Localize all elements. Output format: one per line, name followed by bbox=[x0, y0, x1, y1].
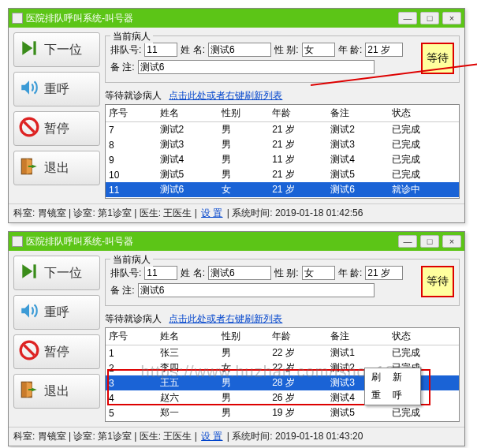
sidebar: 下一位 重呼 暂停 退出 bbox=[13, 256, 100, 422]
queue-field[interactable] bbox=[144, 43, 177, 57]
col-header[interactable]: 性别 bbox=[218, 328, 270, 345]
pause-button[interactable]: 暂停 bbox=[13, 334, 100, 369]
current-patient-group: 当前病人 排队号: 姓 名: 性 别: 年 龄: bbox=[105, 35, 460, 83]
waiting-label: 等待就诊病人 bbox=[105, 313, 162, 324]
col-header[interactable]: 备注 bbox=[327, 105, 389, 122]
speaker-icon bbox=[19, 301, 39, 324]
name-label: 姓 名: bbox=[181, 43, 205, 57]
speaker-icon bbox=[19, 77, 39, 101]
queue-field[interactable] bbox=[144, 266, 177, 280]
context-menu: 刷 新重 呼 bbox=[364, 368, 421, 405]
close-button[interactable]: × bbox=[442, 12, 461, 24]
refresh-link[interactable]: 点击此处或者右键刷新列表 bbox=[169, 313, 282, 324]
table-row[interactable]: 7测试2男21 岁测试2已完成 bbox=[106, 122, 459, 138]
dept-value: 胃镜室 bbox=[38, 207, 66, 218]
next-icon bbox=[19, 38, 39, 62]
doctor-value: 王医生 bbox=[163, 207, 192, 218]
room-label: 诊室: bbox=[73, 207, 95, 218]
next-icon bbox=[19, 261, 39, 285]
table-row[interactable]: 10测试5男21 岁测试5已完成 bbox=[106, 167, 459, 182]
col-header[interactable]: 性别 bbox=[218, 105, 270, 122]
exit-button[interactable]: 退出 bbox=[13, 151, 100, 185]
table-row[interactable]: 11测试6女21 岁测试6就诊中 bbox=[106, 182, 459, 197]
context-menu-item[interactable]: 刷 新 bbox=[365, 368, 420, 386]
note-field[interactable] bbox=[138, 60, 375, 74]
group-legend: 当前病人 bbox=[110, 253, 153, 267]
time-label: 系统时间: bbox=[232, 207, 272, 218]
app-icon bbox=[12, 236, 23, 247]
table-row[interactable]: 9测试4男11 岁测试4已完成 bbox=[106, 152, 459, 167]
replay-button[interactable]: 重呼 bbox=[13, 295, 100, 330]
age-label: 年 龄: bbox=[338, 43, 363, 57]
minimize-button[interactable]: — bbox=[398, 235, 417, 248]
patient-table[interactable]: 序号姓名性别年龄备注状态 1张三男22 岁测试1已完成2李四女22 岁测试2已完… bbox=[105, 327, 460, 422]
exit-button[interactable]: 退出 bbox=[13, 374, 100, 409]
svg-rect-5 bbox=[33, 264, 35, 278]
name-field[interactable] bbox=[208, 266, 271, 280]
wait-button[interactable]: 等待 bbox=[421, 43, 454, 74]
wait-button[interactable]: 等待 bbox=[421, 266, 454, 297]
col-header[interactable]: 备注 bbox=[327, 328, 389, 345]
titlebar[interactable]: 医院排队呼叫系统-叫号器 — □ × bbox=[9, 232, 464, 251]
doctor-value: 王医生 bbox=[163, 431, 192, 442]
status-bar: 科室: 胃镜室 | 诊室: 第1诊室 | 医生: 王医生 | 设 置 | 系统时… bbox=[9, 203, 464, 222]
col-header[interactable]: 年龄 bbox=[269, 105, 327, 122]
next-button[interactable]: 下一位 bbox=[13, 256, 100, 290]
queue-label: 排队号: bbox=[110, 43, 141, 57]
col-header[interactable]: 序号 bbox=[106, 105, 157, 122]
age-label: 年 龄: bbox=[338, 267, 363, 280]
table-row[interactable]: 8测试3男21 岁测试3已完成 bbox=[106, 137, 459, 152]
note-label: 备 注: bbox=[110, 61, 135, 74]
replay-button[interactable]: 重呼 bbox=[13, 72, 100, 106]
col-header[interactable]: 状态 bbox=[389, 328, 459, 345]
col-header[interactable]: 年龄 bbox=[269, 328, 327, 345]
age-field[interactable] bbox=[365, 266, 403, 280]
col-header[interactable]: 姓名 bbox=[157, 328, 218, 345]
svg-line-7 bbox=[24, 345, 35, 356]
pause-button[interactable]: 暂停 bbox=[13, 111, 100, 146]
room-value: 第1诊室 bbox=[98, 431, 132, 442]
sex-field[interactable] bbox=[302, 266, 335, 280]
svg-line-2 bbox=[24, 122, 35, 133]
sex-label: 性 别: bbox=[274, 43, 299, 57]
sidebar: 下一位 重呼 暂停 退出 bbox=[13, 32, 100, 199]
exit-icon bbox=[19, 156, 39, 180]
table-row[interactable]: 12测试7男21 岁测试7等待中 bbox=[106, 197, 459, 199]
note-field[interactable] bbox=[138, 283, 375, 297]
svg-rect-0 bbox=[33, 41, 35, 54]
next-button[interactable]: 下一位 bbox=[13, 32, 100, 67]
doctor-label: 医生: bbox=[140, 207, 161, 218]
patient-table[interactable]: 序号姓名性别年龄备注状态 7测试2男21 岁测试2已完成8测试3男21 岁测试3… bbox=[105, 104, 460, 199]
room-label: 诊室: bbox=[73, 431, 95, 442]
window-title: 医院排队呼叫系统-叫号器 bbox=[26, 235, 398, 248]
queue-label: 排队号: bbox=[110, 267, 141, 280]
maximize-button[interactable]: □ bbox=[420, 12, 439, 24]
settings-link[interactable]: 设 置 bbox=[201, 431, 222, 442]
refresh-link[interactable]: 点击此处或者右键刷新列表 bbox=[169, 90, 282, 101]
app-window: 医院排队呼叫系统-叫号器 — □ × 下一位 重呼 暂停 退出 当前病人 bbox=[8, 8, 465, 223]
close-button[interactable]: × bbox=[442, 235, 461, 248]
name-field[interactable] bbox=[208, 43, 271, 57]
time-value: 2019-01-18 01:43:20 bbox=[275, 431, 363, 442]
table-row[interactable]: 5郑一男19 岁测试5已完成 bbox=[106, 405, 459, 420]
waiting-label: 等待就诊病人 bbox=[105, 90, 162, 101]
group-legend: 当前病人 bbox=[110, 30, 153, 43]
settings-link[interactable]: 设 置 bbox=[201, 207, 222, 218]
table-row[interactable]: 6测试1男21 岁测试6已完成 bbox=[106, 420, 459, 422]
minimize-button[interactable]: — bbox=[398, 12, 417, 24]
exit-icon bbox=[19, 379, 39, 403]
table-row[interactable]: 1张三男22 岁测试1已完成 bbox=[106, 345, 459, 361]
col-header[interactable]: 姓名 bbox=[157, 105, 218, 122]
maximize-button[interactable]: □ bbox=[420, 235, 439, 248]
age-field[interactable] bbox=[365, 43, 403, 57]
forbidden-icon bbox=[19, 340, 39, 364]
sex-label: 性 别: bbox=[274, 267, 299, 280]
dept-label: 科室: bbox=[13, 207, 35, 218]
col-header[interactable]: 序号 bbox=[106, 328, 157, 345]
room-value: 第1诊室 bbox=[98, 207, 132, 218]
status-bar: 科室: 胃镜室 | 诊室: 第1诊室 | 医生: 王医生 | 设 置 | 系统时… bbox=[9, 427, 464, 446]
sex-field[interactable] bbox=[302, 43, 335, 57]
context-menu-item[interactable]: 重 呼 bbox=[365, 386, 420, 405]
titlebar[interactable]: 医院排队呼叫系统-叫号器 — □ × bbox=[9, 9, 464, 28]
col-header[interactable]: 状态 bbox=[389, 105, 459, 122]
